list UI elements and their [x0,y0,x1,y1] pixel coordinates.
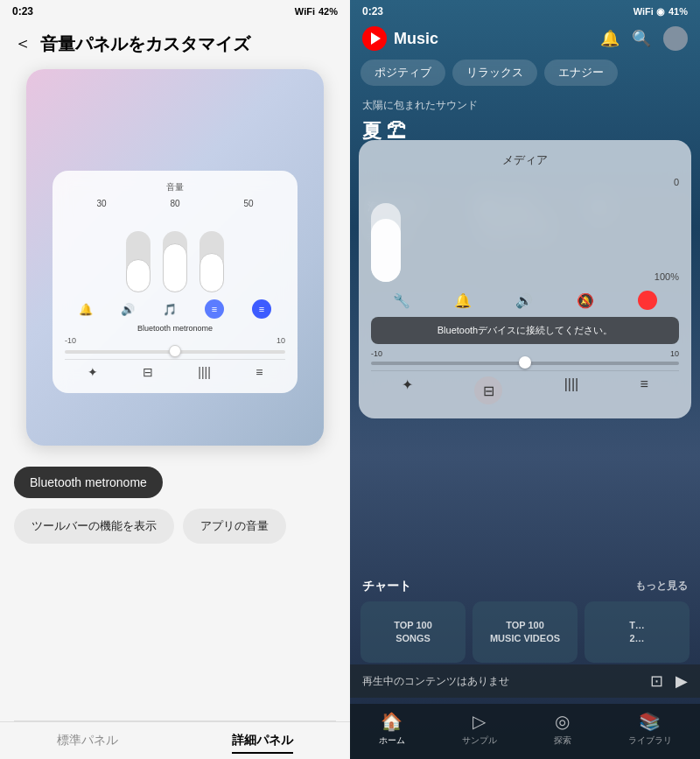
right-range-max: 10 [670,349,679,358]
tab-detailed[interactable]: 詳細パネル [232,733,293,754]
right-icons-row: 🔧 🔔 🔊 🔕 [371,291,679,310]
page-header: ＜ 音量パネルをカスタマイズ [0,23,350,69]
charts-header: チャート もっと見る [360,579,690,594]
chart-text-1: TOP 100SONGS [394,619,432,646]
volume-panel-overlay: 音量 30 80 50 [52,171,298,393]
header-icons: 🔔 🔍 [600,26,688,51]
vol-numbers: 30 80 50 [65,199,285,208]
music-app-title: Music [394,30,438,48]
chart-text-3: T…2… [629,619,645,646]
app-volume-button[interactable]: アプリの音量 [183,509,286,544]
vol-num-2: 80 [170,199,179,208]
slider-fill-3 [200,253,224,293]
slider-track-3[interactable] [200,231,224,292]
slider-fill-2 [163,243,187,292]
avatar[interactable] [663,26,688,51]
slider-track-2[interactable] [163,231,187,292]
status-icons-left: WiFi 42% [295,6,338,17]
back-button[interactable]: ＜ [14,32,32,55]
home-label: ホーム [379,734,405,747]
mute-icon[interactable]: 🔕 [577,292,594,309]
pill-energy[interactable]: エナジー [544,60,618,86]
status-bar-left: 0:23 WiFi 42% [0,0,350,23]
right-range-slider[interactable] [371,362,679,365]
vol-num-1: 30 [96,199,106,208]
chart-card-2[interactable]: TOP 100MUSIC VIDEOS [472,601,578,663]
nav-explore[interactable]: ◎ 探索 [554,711,571,747]
phone-preview: 音量 30 80 50 [26,69,324,446]
pill-positive[interactable]: ポジティブ [360,60,445,86]
wrench-icon[interactable]: 🔧 [393,292,410,309]
vol-num-3: 50 [243,199,253,208]
search-header-icon[interactable]: 🔍 [632,29,651,48]
status-icons-right: WiFi ◉ 41% [634,6,688,18]
slider-3[interactable] [200,231,224,292]
now-playing-controls: ⊡ ▶ [650,671,688,691]
chart-card-1[interactable]: TOP 100SONGS [360,601,466,663]
right-vol-toolbar: ✦ ⊟ |||| ≡ [371,370,679,406]
battery-left: 42% [318,6,338,17]
bell-header-icon[interactable]: 🔔 [600,29,620,48]
bluetooth-metronome-badge[interactable]: Bluetooth metronome [14,467,163,498]
see-more-link[interactable]: もっと見る [635,579,688,594]
speaker-icon: 🔊 [121,303,135,316]
play-button[interactable]: ▶ [676,671,688,691]
bell-vol-icon[interactable]: 🔔 [454,292,472,309]
eq-icon-2[interactable]: ≡ [252,299,271,319]
vol-sliders [65,214,285,292]
slider-track-1[interactable] [126,231,150,292]
right-range-thumb[interactable] [519,356,531,369]
bt-toolbar-icon[interactable]: ✦ [402,376,413,404]
home-icon: 🏠 [381,711,402,732]
slider-1[interactable] [126,231,150,292]
cast-icon[interactable]: ⊡ [650,671,663,691]
pill-relax[interactable]: リラックス [452,60,537,86]
nav-library[interactable]: 📚 ライブラリ [628,711,672,747]
screen-icon[interactable]: ⊟ [143,365,153,379]
time-left: 0:23 [12,5,33,18]
youtube-icon[interactable] [362,26,387,51]
explore-icon: ◎ [555,711,570,732]
chart-text-2: TOP 100MUSIC VIDEOS [490,619,560,646]
music-icon: 🎵 [163,303,177,316]
vol-number: 0 [674,177,679,187]
now-playing-text: 再生中のコンテンツはありませ [362,674,509,689]
sample-label: サンプル [462,734,497,747]
now-playing-bar: 再生中のコンテンツはありませ ⊡ ▶ [350,664,700,698]
vol-range-thumb[interactable] [169,345,181,357]
status-bar-right: 0:23 WiFi ◉ 41% [350,0,700,23]
screen-toolbar-icon[interactable]: ⊟ [474,376,502,404]
time-right: 0:23 [362,5,383,18]
bell-icon: 🔔 [79,303,93,316]
speaker-vol-icon[interactable]: 🔊 [515,292,533,309]
play-triangle [371,32,381,45]
bottom-buttons: ツールバーの機能を表示 アプリの音量 [14,509,336,544]
bluetooth-toolbar-icon[interactable]: ✦ [88,365,98,379]
vol-range-slider[interactable] [65,350,285,354]
nav-home[interactable]: 🏠 ホーム [379,711,405,747]
vol-top-row: 0 [371,177,679,187]
menu-toolbar-icon[interactable]: ≡ [640,376,648,404]
nav-sample[interactable]: ▷ サンプル [462,711,497,747]
slider-2[interactable] [163,231,187,292]
panel-tabs: 標準パネル 詳細パネル [0,721,350,759]
bars-icon[interactable]: |||| [198,365,211,379]
bars-toolbar-icon[interactable]: |||| [564,376,579,404]
range-min: -10 [65,336,76,345]
eq-icon-1[interactable]: ≡ [205,299,224,319]
menu-icon[interactable]: ≡ [256,365,262,379]
slider-fill-1 [126,259,150,293]
bt-connect-message: Bluetoothデバイスに接続してください。 [371,317,679,344]
tab-standard[interactable]: 標準パネル [57,733,118,754]
toolbar-features-button[interactable]: ツールバーの機能を表示 [14,509,174,544]
right-slider-track[interactable] [371,203,401,282]
wifi-icon: WiFi [295,6,315,17]
library-label: ライブラリ [628,734,672,747]
right-volume-overlay: メディア 0 100% 🔧 🔔 🔊 🔕 Bluetoothデバイスに接続してくだ… [359,140,691,418]
charts-section: チャート もっと見る TOP 100SONGS TOP 100MUSIC VID… [350,579,700,663]
vol-right-info: 100% [418,271,679,282]
chart-card-3[interactable]: T…2… [584,601,690,663]
charts-row: TOP 100SONGS TOP 100MUSIC VIDEOS T…2… [360,601,690,663]
record-button[interactable] [638,291,657,310]
section-label: 太陽に包まれたサウンド [350,95,700,116]
